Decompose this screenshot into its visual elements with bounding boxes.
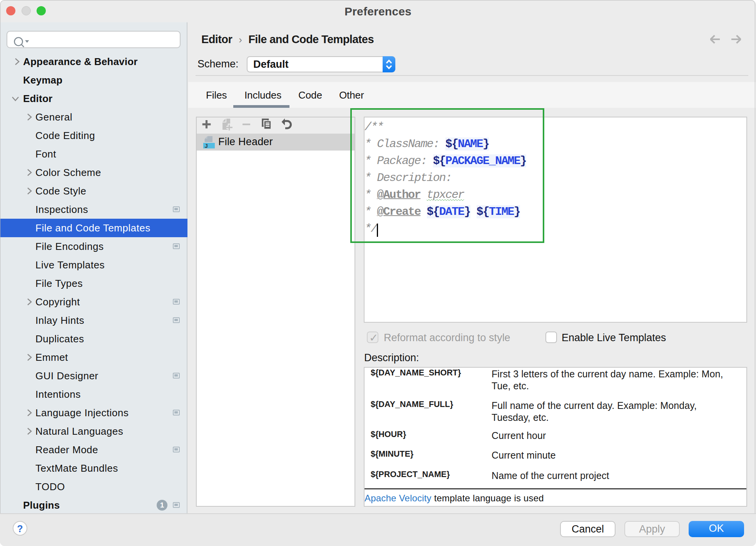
svg-text:J: J: [205, 142, 208, 149]
